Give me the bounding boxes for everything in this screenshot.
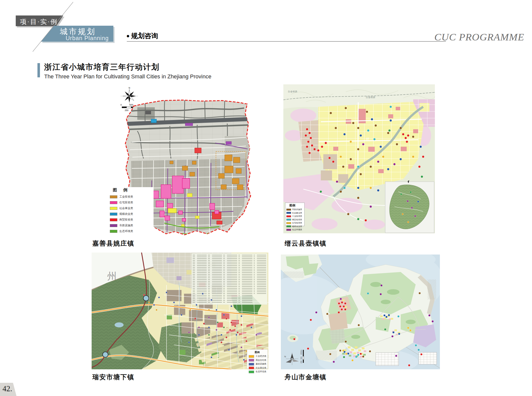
legend-item: 工业投资类 — [286, 215, 304, 218]
legend-swatch — [286, 225, 291, 227]
legend-item: 住宅投资类 — [110, 201, 154, 204]
legend-label: 生态环境类 — [292, 228, 302, 231]
section-heading-label: 规划咨询 — [131, 32, 158, 40]
plan-title-en: The Three Year Plan for Cultivating Smal… — [44, 73, 211, 80]
scale-500: 500 — [129, 104, 133, 106]
legend-item: 工业经济类 — [249, 355, 268, 358]
scale-250: 250 — [300, 361, 302, 363]
legend-item: 规模农业类 — [110, 212, 154, 216]
legend-swatch — [110, 195, 117, 198]
legend-title: 图例 — [255, 351, 268, 354]
river-name-char1: 好 — [366, 137, 369, 140]
scale-0: 0 — [120, 104, 122, 106]
railway-label: 台金铁路 — [366, 96, 375, 99]
legend-label: 工业投资类 — [292, 215, 302, 218]
title-accent-bar — [37, 63, 40, 77]
legend-title: 图 例 — [113, 187, 154, 193]
legend-label: 社会事业类 — [119, 206, 133, 210]
legend-item: 生态环境类 — [286, 228, 304, 231]
legend-item: 商业住宅类 — [249, 359, 268, 362]
legend-label: 工业经济类 — [256, 355, 266, 358]
county-inset-map — [385, 180, 434, 233]
legend-item: 社会事业类 — [249, 367, 268, 370]
project-examples-tag: 项·目·实·例 — [20, 17, 62, 26]
map3-legend: 图例 工业经济类商业住宅类基础设施类社会事业类生态环境类 — [247, 349, 268, 369]
legend-swatch — [249, 371, 254, 373]
legend-swatch — [286, 219, 291, 221]
legend-label: 住宅投资类 — [292, 222, 302, 224]
brand-wordmark: CUC PROGRAMME — [409, 31, 524, 43]
legend-items: 工业投资类住宅投资类社会事业类规模农业类商贸投资类市政设施类生态环境类 — [110, 195, 154, 233]
interchange-node — [103, 352, 108, 357]
compass-rose-icon: N — [121, 87, 138, 105]
legend-label: 社会事业类 — [292, 212, 302, 214]
legend-swatch — [110, 230, 117, 233]
scale-250: 250 — [125, 109, 128, 112]
legend-swatch — [286, 209, 291, 211]
header-rule — [127, 41, 446, 42]
section-heading: ●规划咨询 — [126, 31, 158, 40]
legend-swatch — [110, 218, 117, 221]
legend-label: 规模农业类 — [119, 212, 133, 216]
legend-label: 商贸投资类 — [119, 218, 133, 222]
map-ruian-tangxia: 州 — [92, 253, 268, 369]
page-number: 42. — [2, 384, 12, 393]
legend-swatch — [249, 355, 254, 358]
scale-1500: 1500m — [300, 350, 302, 355]
plan-title-cn: 浙江省小城市培育三年行动计划 — [44, 62, 160, 72]
map1-legend: 图 例 工业投资类住宅投资类社会事业类规模农业类商贸投资类市政设施类生态环境类 — [110, 187, 154, 228]
railway-label: 台金铁路 — [288, 90, 298, 93]
legend-item: 生态环境类 — [249, 370, 268, 373]
legend-label: 规模农业类 — [292, 225, 302, 228]
interchange-node — [143, 295, 149, 301]
islet — [287, 335, 298, 342]
map2-legend: 图例 市政设施类社会事业类工业投资类商贸投资类住宅投资类规模农业类生态环境类 — [285, 203, 305, 226]
legend-item: 基础设施类 — [249, 363, 268, 366]
compass-north-label: N — [284, 355, 286, 358]
legend-label: 生态环境类 — [256, 370, 266, 373]
legend-swatch — [110, 201, 117, 204]
legend-swatch — [286, 215, 291, 217]
bullet-icon: ● — [126, 33, 130, 39]
legend-swatch — [286, 212, 291, 214]
map-jinyun-huzhen: 台金铁路 台金铁路 — [283, 84, 435, 233]
legend-label: 商业住宅类 — [256, 359, 266, 362]
legend-swatch — [110, 207, 117, 210]
legend-label: 商贸投资类 — [292, 218, 302, 221]
legend-swatch — [249, 363, 254, 366]
legend-label: 工业投资类 — [119, 195, 133, 199]
legend-item: 工业投资类 — [110, 195, 154, 199]
legend-swatch — [286, 222, 291, 224]
legend-item: 生态环境类 — [110, 229, 154, 233]
legend-swatch — [110, 224, 117, 227]
legend-label: 住宅投资类 — [119, 201, 133, 204]
legend-swatch — [249, 367, 254, 369]
legend-label: 社会事业类 — [256, 367, 266, 370]
legend-items: 工业经济类商业住宅类基础设施类社会事业类生态环境类 — [249, 355, 268, 373]
legend-swatch — [249, 359, 254, 362]
scale-500: 500 — [300, 357, 302, 359]
map1-caption: 嘉善县姚庄镇 — [92, 239, 134, 248]
brochure-page: 项·目·实·例 城市规划 Urban Planning ●规划咨询 CUC PR… — [0, 0, 532, 396]
legend-item: 商贸投资类 — [110, 218, 154, 222]
map4-caption: 舟山市金塘镇 — [285, 373, 327, 382]
legend-label: 市政设施类 — [292, 208, 302, 211]
legend-items: 市政设施类社会事业类工业投资类商贸投资类住宅投资类规模农业类生态环境类 — [286, 208, 304, 231]
legend-item: 市政设施类 — [286, 208, 304, 211]
legend-swatch — [110, 213, 117, 216]
legend-item: 规模农业类 — [286, 225, 304, 228]
legend-title: 图例 — [289, 203, 304, 208]
legend-label: 市政设施类 — [119, 224, 133, 227]
compass-north-label: N — [129, 87, 130, 89]
legend-label: 生态环境类 — [119, 229, 133, 233]
map2-caption: 缙云县壶镇镇 — [285, 239, 327, 248]
map-zhoushan-jintang: N 1500m 500 250 — [281, 255, 440, 369]
map3-caption: 瑞安市塘下镇 — [92, 373, 134, 382]
legend-label: 基础设施类 — [256, 363, 266, 366]
legend-item: 社会事业类 — [286, 212, 304, 214]
project-index-panel — [191, 253, 267, 305]
legend-item: 市政设施类 — [110, 224, 154, 227]
river-name-char2: 溪 — [357, 169, 360, 172]
legend-item: 社会事业类 — [110, 206, 154, 210]
category-title-en: Urban Planning — [66, 35, 109, 42]
